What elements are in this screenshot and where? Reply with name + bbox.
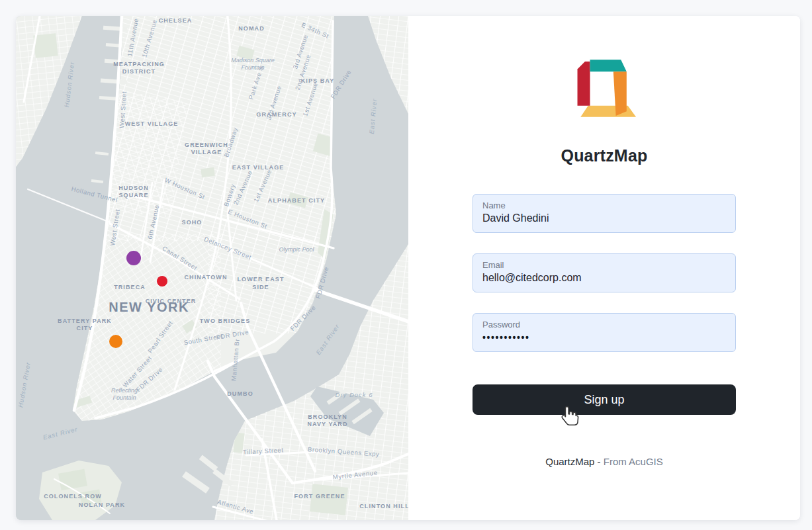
purple-marker[interactable] [126,251,141,265]
email-field-label: Email [482,259,726,271]
map-label: BROOKLYN [308,414,347,420]
map-label: MEATPACKING [113,61,165,67]
map-label: GREENWICH [185,142,228,148]
footer-byline-link[interactable]: From AcuGIS [604,456,663,467]
map-label: WEST VILLAGE [125,120,179,127]
map-label: ALPHABET CITY [268,197,325,204]
map-label: HUDSON [118,185,149,191]
map-label: Olympic Pool [279,246,314,253]
map-label: NAVY YARD [307,421,347,427]
name-field[interactable]: Name [473,194,736,233]
map-label: TWO BRIDGES [200,318,251,324]
map-label: NOMAD [238,25,265,32]
password-input[interactable] [482,330,726,345]
orange-marker[interactable] [109,335,122,348]
map-label: BATTERY PARK [58,318,112,324]
map-canvas[interactable]: NEW YORKCHELSEANOMADMEATPACKINGDISTRICTK… [16,16,408,520]
password-field[interactable]: Password [473,313,736,352]
email-input[interactable] [482,271,726,285]
map-label: Dry Dock 6 [336,391,373,398]
footer-brand: QuartzMap - [545,456,600,467]
map-label: CHINATOWN [184,274,227,281]
email-field[interactable]: Email [473,253,736,292]
logo-amber-ribbon [580,106,636,117]
logo-teal-ribbon [590,60,627,71]
password-field-label: Password [482,319,726,330]
map-label: VILLAGE [191,149,222,155]
signup-page: NEW YORKCHELSEANOMADMEATPACKINGDISTRICTK… [0,0,812,530]
name-input[interactable] [482,211,726,226]
map-label: CHELSEA [159,17,193,24]
sign-up-button[interactable]: Sign up [473,384,736,415]
map-label: SIDE [252,284,269,290]
map-label: GRAMERCY [256,111,296,118]
map-label: SQUARE [118,192,148,199]
footer: QuartzMap - From AcuGIS [473,456,736,467]
map-label: EAST VILLAGE [232,164,285,171]
map-label: DUMBO [227,390,253,397]
map-label: SOHO [182,219,203,226]
map-label: Reflecting [111,387,138,394]
signup-form-pane: QuartzMap Name Email Password Sign up Qu… [408,16,800,520]
map-label: CIVIC CENTER [146,298,197,304]
map-label: DISTRICT [122,68,156,75]
map-label: COLONELS ROW [44,493,102,500]
map-label: NOLAN PARK [79,502,125,508]
red-marker[interactable] [157,276,167,287]
signup-form: Name Email Password Sign up QuartzMap - … [473,194,736,467]
signup-card: NEW YORKCHELSEANOMADMEATPACKINGDISTRICTK… [16,16,800,520]
map-label: FORT GREENE [294,493,345,500]
map-pane: NEW YORKCHELSEANOMADMEATPACKINGDISTRICTK… [16,16,408,520]
name-field-label: Name [482,200,726,211]
quartzmap-logo-icon [571,56,637,120]
map-label: KIPS BAY [301,77,334,84]
page-title: QuartzMap [561,146,648,165]
map-label: Madison Square [231,57,275,64]
map-label: CITY [77,325,93,331]
map-label: LOWER EAST [238,276,285,283]
map-label: Fountain [113,394,136,401]
map-label: TRIBECA [114,284,146,290]
map-label: CLINTON HILL [359,503,408,509]
logo-red-ribbon [578,62,590,106]
